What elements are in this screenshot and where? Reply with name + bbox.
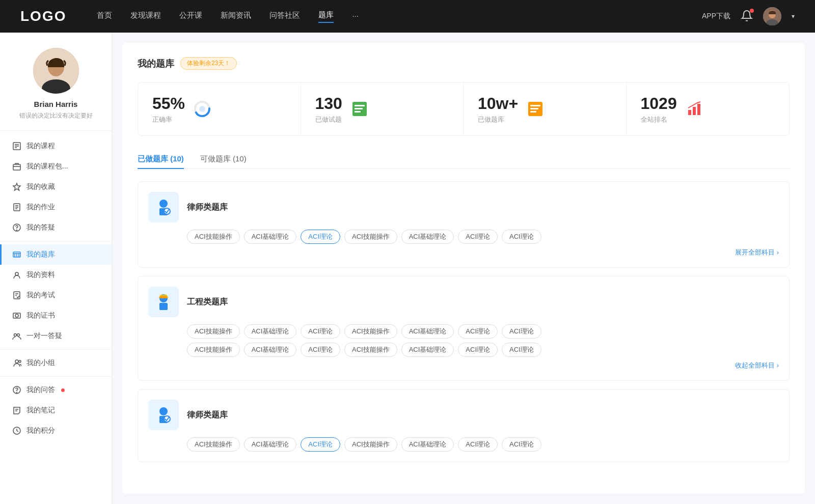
bank-tag-2-6[interactable]: ACI理论 xyxy=(502,437,541,452)
bank-tag-2-2[interactable]: ACI理论 xyxy=(301,437,340,452)
svg-point-41 xyxy=(199,106,205,112)
sidebar-item-label: 我的积分 xyxy=(26,426,55,435)
bank-tag-2-5[interactable]: ACI理论 xyxy=(458,437,498,452)
sidebar-item-qa[interactable]: 我的问答 xyxy=(0,380,112,400)
sidebar-item-question[interactable]: 我的答疑 xyxy=(0,217,112,238)
bank-title: 律师类题库 xyxy=(187,410,228,421)
sidebar-item-material[interactable]: 我的资料 xyxy=(0,265,112,285)
svg-point-18 xyxy=(17,230,17,231)
material-icon xyxy=(12,270,21,279)
svg-rect-59 xyxy=(160,296,167,298)
stats-row: 55% 正确率 130 已做试题 10w+ 已做题库 1029 全站排名 xyxy=(138,82,790,136)
user-avatar[interactable] xyxy=(763,7,781,25)
stat-value-col: 1029 全站排名 xyxy=(641,94,677,124)
nav-item-新闻资讯[interactable]: 新闻资讯 xyxy=(221,11,251,22)
bank-icon xyxy=(12,250,21,259)
bank-tag-r2-1-6[interactable]: ACI理论 xyxy=(502,343,541,357)
nav-item-···[interactable]: ··· xyxy=(352,11,359,22)
sidebar-item-homework[interactable]: 我的作业 xyxy=(0,197,112,217)
app-download-button[interactable]: APP下载 xyxy=(702,12,730,21)
svg-point-30 xyxy=(14,334,17,337)
nav-item-首页[interactable]: 首页 xyxy=(97,11,112,22)
sidebar-item-package[interactable]: 我的课程包... xyxy=(0,156,112,177)
nav-item-问答社区[interactable]: 问答社区 xyxy=(269,11,300,22)
stat-label: 已做题库 xyxy=(478,115,518,124)
sidebar-menu: 我的课程我的课程包...我的收藏我的作业我的答疑我的题库我的资料我的考试我的证书… xyxy=(0,136,112,441)
sidebar-item-label: 我的作业 xyxy=(26,203,55,212)
svg-point-31 xyxy=(17,334,20,337)
stat-icon-0 xyxy=(193,100,211,118)
bank-tag-1-5[interactable]: ACI理论 xyxy=(458,324,498,339)
svg-point-53 xyxy=(159,200,168,208)
bank-header-1: 工程类题库 xyxy=(148,287,779,317)
bank-tag-r2-1-2[interactable]: ACI理论 xyxy=(301,343,340,357)
nav-item-发现课程[interactable]: 发现课程 xyxy=(130,11,161,22)
bank-tag-1-3[interactable]: ACI技能操作 xyxy=(344,324,397,339)
stat-value: 1029 xyxy=(641,94,677,113)
tab-1[interactable]: 可做题库 (10) xyxy=(200,150,247,169)
bank-tag-1-1[interactable]: ACI基础理论 xyxy=(244,324,297,339)
page-wrapper: Brian Harris 错误的决定比没有决定要好 我的课程我的课程包...我的… xyxy=(0,33,815,504)
bank-tag-1-2[interactable]: ACI理论 xyxy=(301,324,340,339)
notification-bell[interactable] xyxy=(741,10,753,23)
sidebar-motto: 错误的决定比没有决定要好 xyxy=(11,111,101,120)
tab-0[interactable]: 已做题库 (10) xyxy=(138,150,184,169)
bank-tag-0-6[interactable]: ACI理论 xyxy=(502,230,541,244)
sidebar-item-exam[interactable]: 我的考试 xyxy=(0,285,112,305)
points-icon xyxy=(12,426,21,435)
bank-expand-toggle-0[interactable]: 展开全部科目 › xyxy=(148,248,779,257)
nav-item-公开课[interactable]: 公开课 xyxy=(179,11,202,22)
bank-tag-r2-1-4[interactable]: ACI基础理论 xyxy=(401,343,454,357)
bank-tag-2-0[interactable]: ACI技能操作 xyxy=(187,437,240,452)
sidebar-item-bank[interactable]: 我的题库 xyxy=(0,244,112,265)
bank-tag-0-2[interactable]: ACI理论 xyxy=(301,230,340,244)
sidebar-item-oneone[interactable]: 一对一答疑 xyxy=(0,326,112,346)
bank-tag-1-0[interactable]: ACI技能操作 xyxy=(187,324,240,339)
svg-rect-58 xyxy=(159,303,168,310)
sidebar-item-points[interactable]: 我的积分 xyxy=(0,421,112,441)
nav-item-题库[interactable]: 题库 xyxy=(318,10,334,23)
stat-icon-3 xyxy=(685,100,703,118)
bank-tag-0-0[interactable]: ACI技能操作 xyxy=(187,230,240,244)
cert-icon xyxy=(12,311,21,320)
user-menu-chevron[interactable]: ▾ xyxy=(792,13,795,20)
stat-card-3: 1029 全站排名 xyxy=(627,82,790,135)
stat-icon-1 xyxy=(350,100,369,118)
svg-rect-52 xyxy=(697,104,700,115)
star-icon xyxy=(12,182,21,191)
bank-tag-0-3[interactable]: ACI技能操作 xyxy=(344,230,397,244)
bank-tag-r2-1-5[interactable]: ACI理论 xyxy=(458,343,498,357)
sidebar-item-label: 我的考试 xyxy=(26,291,55,300)
bank-tag-0-5[interactable]: ACI理论 xyxy=(458,230,498,244)
bank-tag-2-4[interactable]: ACI基础理论 xyxy=(401,437,454,452)
bank-tag-0-1[interactable]: ACI基础理论 xyxy=(244,230,297,244)
bank-tag-1-6[interactable]: ACI理论 xyxy=(502,324,541,339)
logo[interactable]: LOGO xyxy=(20,8,66,24)
bank-expand-toggle-1[interactable]: 收起全部科目 › xyxy=(148,361,779,370)
note-icon xyxy=(12,406,21,415)
sidebar-item-cert[interactable]: 我的证书 xyxy=(0,305,112,326)
sidebar-item-course[interactable]: 我的课程 xyxy=(0,136,112,156)
svg-rect-45 xyxy=(355,111,361,113)
sidebar-username: Brian Harris xyxy=(34,100,78,108)
stat-value-col: 55% 正确率 xyxy=(152,94,185,124)
bank-tag-0-4[interactable]: ACI基础理论 xyxy=(401,230,454,244)
bank-tag-2-3[interactable]: ACI技能操作 xyxy=(344,437,397,452)
svg-point-32 xyxy=(15,360,18,363)
lawyer-bank-icon xyxy=(148,192,179,222)
svg-rect-47 xyxy=(530,105,540,106)
sidebar-item-group[interactable]: 我的小组 xyxy=(0,353,112,373)
bank-tag-r2-1-1[interactable]: ACI基础理论 xyxy=(244,343,297,357)
sidebar-item-note[interactable]: 我的笔记 xyxy=(0,400,112,421)
qa-icon xyxy=(12,385,21,395)
sidebar-item-label: 我的笔记 xyxy=(26,406,55,415)
bank-tag-2-1[interactable]: ACI基础理论 xyxy=(244,437,297,452)
sidebar-item-star[interactable]: 我的收藏 xyxy=(0,177,112,197)
bank-tag-r2-1-0[interactable]: ACI技能操作 xyxy=(187,343,240,357)
bank-tag-r2-1-3[interactable]: ACI技能操作 xyxy=(344,343,397,357)
sidebar-item-label: 一对一答疑 xyxy=(26,331,62,341)
bank-sections: 律师类题库ACI技能操作ACI基础理论ACI理论ACI技能操作ACI基础理论AC… xyxy=(138,181,790,462)
svg-rect-48 xyxy=(530,108,538,109)
bank-tag-1-4[interactable]: ACI基础理论 xyxy=(401,324,454,339)
trial-badge: 体验剩余23天！ xyxy=(180,57,237,70)
